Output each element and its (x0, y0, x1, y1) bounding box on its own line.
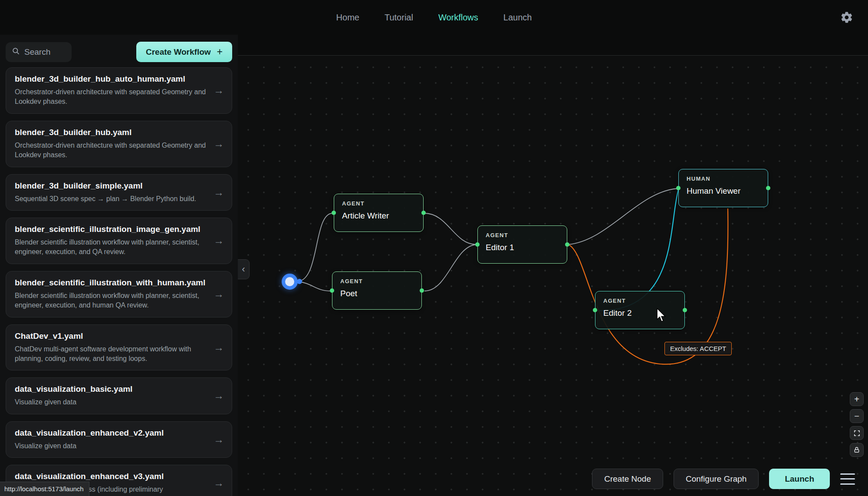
canvas-top-divider (238, 55, 868, 56)
workflow-card[interactable]: blender_scientific_illustration_image_ge… (6, 218, 232, 264)
workflow-name: blender_3d_builder_hub.yaml (15, 128, 209, 137)
nav-workflows[interactable]: Workflows (438, 13, 478, 23)
input-handle[interactable] (330, 288, 334, 293)
input-handle[interactable] (332, 211, 336, 215)
workflow-description: Orchestrator-driven architecture with se… (15, 141, 209, 160)
input-handle[interactable] (593, 308, 597, 312)
workflow-description: ChatDev multi-agent software development… (15, 344, 209, 364)
workflow-description: Visualize given data (15, 441, 209, 451)
top-navbar: Home Tutorial Workflows Launch (0, 0, 868, 35)
output-handle[interactable] (420, 288, 424, 293)
workflow-name: data_visualization_enhanced_v3.yaml (15, 472, 209, 481)
sidebar-collapse-button[interactable]: ‹ (238, 259, 250, 279)
node-title: Editor 1 (486, 243, 559, 252)
node-title: Editor 2 (603, 308, 677, 318)
node-title: Human Viewer (687, 186, 760, 196)
arrow-right-icon[interactable]: → (214, 186, 224, 198)
arrow-right-icon[interactable]: → (214, 433, 224, 446)
workflow-card[interactable]: blender_3d_builder_hub_auto_human.yaml O… (6, 67, 232, 114)
output-handle[interactable] (565, 242, 569, 247)
nav-tutorial[interactable]: Tutorial (385, 13, 413, 23)
workflow-description: Blender scientific illustration workflow… (15, 238, 209, 257)
edge-condition-tooltip: Excludes: ACCEPT (664, 342, 732, 355)
workflow-description: Sequential 3D scene spec → plan → Blende… (15, 194, 209, 204)
workflow-description: Blender scientific illustration workflow… (15, 291, 209, 311)
workflow-description: Orchestrator-driven architecture with se… (15, 87, 209, 107)
workflow-name: ChatDev_v1.yaml (15, 331, 209, 341)
workflow-card[interactable]: data_visualization_enhanced_v2.yaml Visu… (6, 421, 232, 458)
search-input[interactable] (24, 47, 63, 57)
zoom-in-button[interactable]: + (850, 392, 864, 406)
node-title: Article Writer (342, 211, 415, 221)
output-handle[interactable] (421, 211, 426, 215)
footer-action-bar: Create Node Configure Graph Launch (592, 469, 855, 489)
zoom-out-button[interactable]: − (850, 409, 864, 423)
create-node-button[interactable]: Create Node (592, 469, 663, 489)
lock-icon[interactable] (850, 443, 864, 457)
node-human-viewer[interactable]: HUMAN Human Viewer (678, 169, 768, 207)
workflow-name: data_visualization_basic.yaml (15, 384, 209, 394)
nav-home[interactable]: Home (336, 13, 359, 23)
search-box[interactable] (6, 42, 72, 62)
arrow-right-icon[interactable]: → (214, 341, 224, 354)
arrow-right-icon[interactable]: → (214, 288, 224, 300)
launch-button[interactable]: Launch (769, 469, 830, 489)
node-type-label: AGENT (342, 200, 415, 207)
create-workflow-button[interactable]: Create Workflow + (136, 42, 232, 62)
node-editor-1[interactable]: AGENT Editor 1 (477, 225, 567, 264)
node-poet[interactable]: AGENT Poet (332, 271, 422, 310)
workflow-card[interactable]: blender_3d_builder_hub.yaml Orchestrator… (6, 121, 232, 167)
fit-view-button[interactable] (850, 426, 864, 440)
arrow-right-icon[interactable]: → (214, 390, 224, 402)
arrow-right-icon[interactable]: → (214, 84, 224, 96)
arrow-right-icon[interactable]: → (214, 477, 224, 489)
workflow-name: blender_3d_builder_hub_auto_human.yaml (15, 74, 209, 84)
configure-graph-button[interactable]: Configure Graph (674, 469, 759, 489)
node-title: Poet (340, 289, 414, 298)
search-icon (12, 47, 20, 57)
workflow-card[interactable]: blender_3d_builder_simple.yaml Sequentia… (6, 174, 232, 211)
workflow-sidebar: Create Workflow + blender_3d_builder_hub… (0, 35, 238, 496)
workflow-card[interactable]: blender_scientific_illustration_with_hum… (6, 271, 232, 317)
start-node[interactable] (282, 274, 298, 290)
arrow-right-icon[interactable]: → (214, 235, 224, 247)
node-article-writer[interactable]: AGENT Article Writer (334, 194, 424, 232)
canvas-controls: + − (850, 392, 864, 457)
workflow-card[interactable]: ChatDev_v1.yaml ChatDev multi-agent soft… (6, 324, 232, 371)
output-handle[interactable] (683, 308, 687, 312)
start-node-handle[interactable] (297, 279, 302, 284)
output-handle[interactable] (766, 186, 770, 190)
node-type-label: AGENT (603, 298, 677, 304)
node-editor-2[interactable]: AGENT Editor 2 (595, 291, 685, 329)
plus-icon: + (217, 46, 223, 58)
hamburger-menu-icon[interactable] (840, 473, 855, 485)
input-handle[interactable] (475, 242, 480, 247)
create-workflow-label: Create Workflow (146, 47, 211, 57)
chevron-left-icon: ‹ (242, 264, 245, 275)
nav-launch[interactable]: Launch (503, 13, 532, 23)
workflow-name: blender_scientific_illustration_image_ge… (15, 225, 209, 234)
status-url: http://localhost:5173/launch (0, 482, 89, 496)
node-type-label: HUMAN (687, 175, 760, 182)
input-handle[interactable] (676, 186, 681, 190)
arrow-right-icon[interactable]: → (214, 138, 224, 150)
workflow-name: blender_3d_builder_simple.yaml (15, 181, 209, 191)
workflow-description: Visualize given data (15, 397, 209, 407)
workflow-name: data_visualization_enhanced_v2.yaml (15, 428, 209, 438)
node-type-label: AGENT (486, 232, 559, 238)
workflow-card[interactable]: data_visualization_basic.yaml Visualize … (6, 377, 232, 414)
gear-icon[interactable] (840, 11, 853, 24)
sidebar-header: Create Workflow + (6, 42, 232, 62)
workflow-name: blender_scientific_illustration_with_hum… (15, 278, 209, 288)
node-type-label: AGENT (340, 278, 414, 284)
